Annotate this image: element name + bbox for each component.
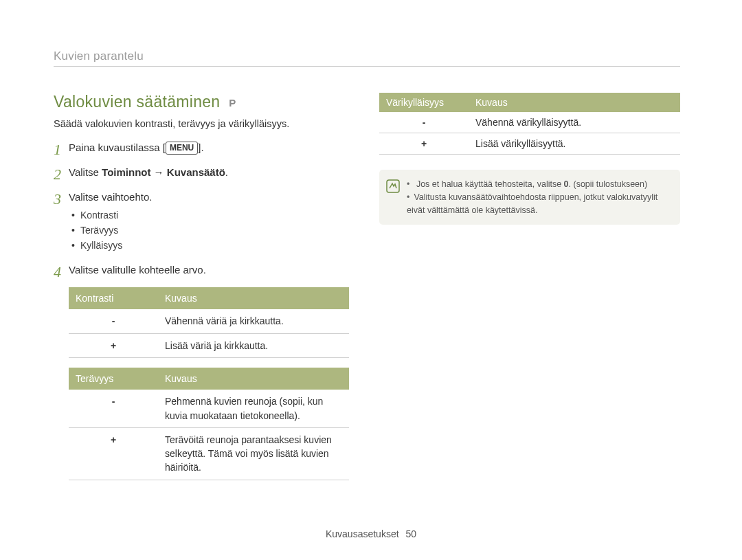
step-3-text: Valitse vaihtoehto.	[69, 191, 152, 203]
table-row: Värikylläisyys Kuvaus	[379, 93, 680, 112]
left-column: Valokuvien säätäminen P Säädä valokuvien…	[54, 93, 349, 490]
breadcrumb-divider	[54, 66, 680, 67]
cell-desc: Terävöitä reunoja parantaaksesi kuvien s…	[158, 427, 349, 480]
cell-sym: +	[69, 333, 158, 357]
cell-desc: Lisää väriä ja kirkkautta.	[158, 333, 349, 357]
table-kontrasti: Kontrasti Kuvaus - Vähennä väriä ja kirk…	[69, 287, 349, 358]
cell-desc: Lisää värikylläisyyttä.	[469, 133, 680, 155]
note-icon	[386, 179, 401, 216]
table-row: Terävyys Kuvaus	[69, 368, 349, 390]
mode-badge: P	[229, 97, 236, 109]
cell-sym: +	[69, 427, 158, 480]
th-kuvaus: Kuvaus	[158, 287, 349, 309]
suboption-kontrasti: Kontrasti	[71, 208, 349, 223]
steps-list: Paina kuvaustilassa [MENU]. Valitse Toim…	[54, 140, 349, 480]
svg-rect-0	[387, 180, 399, 192]
th-kuvaus: Kuvaus	[158, 368, 349, 390]
step-2-b2: Kuvansäätö	[167, 166, 225, 178]
title-text: Valokuvien säätäminen	[54, 93, 220, 111]
suboptions-list: Kontrasti Terävyys Kylläisyys	[71, 208, 349, 253]
cell-sym: -	[69, 309, 158, 333]
note-1-post: . (sopii tulostukseen)	[569, 179, 648, 189]
step-2-arrow: →	[150, 166, 166, 178]
table-row: + Lisää värikylläisyyttä.	[379, 133, 680, 155]
suboption-kyllaisyys: Kylläisyys	[71, 238, 349, 254]
page: Kuvien parantelu Valokuvien säätäminen P…	[0, 0, 742, 560]
right-column: Värikylläisyys Kuvaus - Vähennä värikyll…	[379, 93, 680, 490]
cell-desc: Vähennä värikylläisyyttä.	[469, 112, 680, 133]
note-line-1: Jos et halua käyttää tehosteita, valitse…	[407, 178, 671, 191]
menu-badge: MENU	[166, 142, 198, 155]
intro-text: Säädä valokuvien kontrasti, terävyys ja …	[54, 118, 349, 129]
cell-sym: +	[379, 133, 469, 155]
table-row: + Lisää väriä ja kirkkautta.	[69, 333, 349, 357]
step-3: Valitse vaihtoehto. Kontrasti Terävyys K…	[54, 190, 349, 254]
footer-page-number: 50	[405, 528, 416, 539]
cell-sym: -	[379, 112, 469, 133]
step-1: Paina kuvaustilassa [MENU].	[54, 140, 349, 155]
note-list: Jos et halua käyttää tehosteita, valitse…	[407, 178, 671, 216]
table-row: - Vähennä väriä ja kirkkautta.	[69, 309, 349, 333]
note-line-2: Valitusta kuvansäätövaihtoehdosta riippu…	[407, 191, 671, 217]
th-kuvaus: Kuvaus	[469, 93, 680, 112]
note-1-bold: 0	[564, 179, 569, 189]
step-1-post: ].	[198, 142, 203, 153]
page-footer: Kuvausasetukset 50	[0, 528, 742, 539]
step-4-text: Valitse valitulle kohteelle arvo.	[69, 264, 206, 276]
step-2-b1: Toiminnot	[102, 166, 150, 178]
note-box: Jos et halua käyttää tehosteita, valitse…	[379, 170, 680, 225]
cell-sym: -	[69, 390, 158, 427]
page-title: Valokuvien säätäminen P	[54, 93, 349, 111]
cell-desc: Pehmennä kuvien reunoja (sopii, kun kuvi…	[158, 390, 349, 427]
note-1-pre: Jos et halua käyttää tehosteita, valitse	[416, 179, 564, 189]
table-row: - Pehmennä kuvien reunoja (sopii, kun ku…	[69, 390, 349, 427]
table-row: Kontrasti Kuvaus	[69, 287, 349, 309]
th-kontrasti: Kontrasti	[69, 287, 158, 309]
table-varikyllaisyys: Värikylläisyys Kuvaus - Vähennä värikyll…	[379, 93, 680, 155]
table-teravyys: Terävyys Kuvaus - Pehmennä kuvien reunoj…	[69, 368, 349, 480]
step-2: Valitse Toiminnot → Kuvansäätö.	[54, 165, 349, 180]
th-teravyys: Terävyys	[69, 368, 158, 390]
th-varikyllaisyys: Värikylläisyys	[379, 93, 469, 112]
table-row: - Vähennä värikylläisyyttä.	[379, 112, 680, 133]
step-2-post: .	[225, 166, 228, 178]
cell-desc: Vähennä väriä ja kirkkautta.	[158, 309, 349, 333]
table-row: + Terävöitä reunoja parantaaksesi kuvien…	[69, 427, 349, 480]
content-columns: Valokuvien säätäminen P Säädä valokuvien…	[54, 93, 680, 490]
step-1-pre: Paina kuvaustilassa [	[69, 142, 166, 153]
suboption-teravyys: Terävyys	[71, 223, 349, 238]
step-2-pre: Valitse	[69, 166, 102, 178]
footer-section: Kuvausasetukset	[326, 528, 399, 539]
breadcrumb: Kuvien parantelu	[54, 49, 680, 63]
step-4: Valitse valitulle kohteelle arvo. Kontra…	[54, 262, 349, 480]
